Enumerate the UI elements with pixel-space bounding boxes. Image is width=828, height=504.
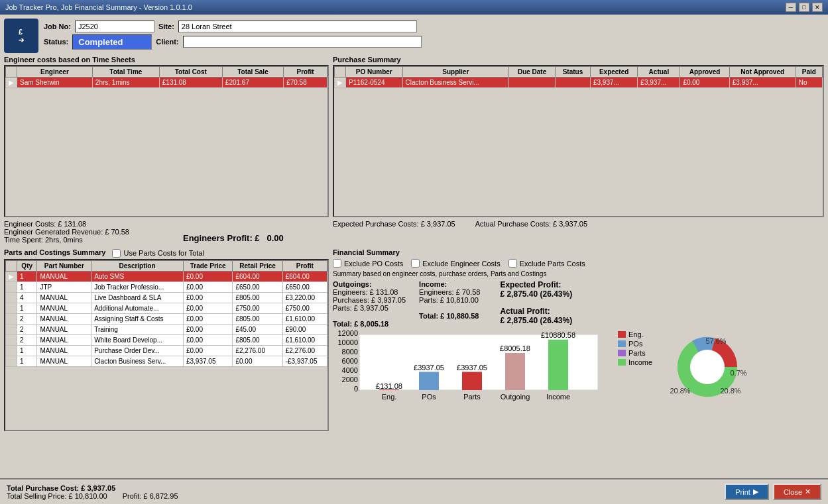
exclude-eng-checkbox[interactable] (411, 259, 420, 268)
svg-point-30 (690, 350, 725, 384)
svg-text:10000: 10000 (337, 338, 358, 346)
svg-text:12000: 12000 (337, 330, 358, 337)
table-row[interactable]: 4 MANUAL Live Dashboard & SLA £0.00 £805… (6, 293, 327, 303)
title-bar: Job Tracker Pro, Job Financial Summary -… (0, 0, 828, 15)
svg-rect-27 (548, 340, 568, 390)
svg-text:Income: Income (546, 393, 570, 401)
svg-text:Outgoing: Outgoing (501, 393, 530, 401)
table-row[interactable]: ▶ 1 MANUAL Auto SMS £0.00 £604.00 £604.0… (6, 272, 327, 282)
svg-text:Parts: Parts (463, 393, 481, 401)
pie-chart-svg: 57.6% 0.7% 20.8% 20.8% (664, 330, 750, 403)
footer-bar: Total Purchase Cost: £ 3,937.05 Total Se… (0, 478, 828, 504)
table-row[interactable]: ▶ Sam Sherwin 2hrs, 1mins £131.08 £201.6… (6, 77, 327, 88)
table-row[interactable]: ▶ P1162-0524 Clacton Business Servi... £… (335, 77, 823, 88)
svg-rect-21 (462, 372, 482, 391)
parts-table: Qty Part Number Description Trade Price … (5, 260, 327, 367)
close-x-icon: ✕ (805, 487, 811, 496)
svg-text:20.8%: 20.8% (670, 387, 690, 395)
eng-col-sale: Total Sale (222, 67, 283, 77)
svg-text:£10880.58: £10880.58 (541, 331, 575, 339)
maximize-button[interactable]: □ (799, 3, 809, 12)
print-arrow-icon: ▶ (753, 487, 758, 496)
svg-text:£3937.05: £3937.05 (457, 364, 487, 372)
svg-text:£3937.05: £3937.05 (414, 364, 444, 372)
close-button[interactable]: ✕ (812, 3, 823, 12)
summary-note: Summary based on engineer costs, purchas… (333, 270, 824, 277)
site-input[interactable] (178, 21, 417, 32)
svg-text:Eng.: Eng. (382, 393, 397, 401)
table-row[interactable]: 1 MANUAL Additional Automate... £0.00 £7… (6, 303, 327, 314)
total-purchase-cost: Total Purchase Cost: £ 3,937.05 (7, 484, 178, 492)
status-label: Status: (44, 38, 68, 46)
exclude-po-checkbox[interactable] (333, 259, 341, 268)
parts-title: Parts and Costings Summary (4, 248, 105, 256)
exclude-po-label: Exclude PO Costs (344, 260, 403, 268)
use-parts-costs-label: Use Parts Costs for Total (123, 249, 204, 257)
purchase-section-title: Purchase Summary (333, 56, 824, 64)
job-no-input[interactable] (75, 21, 154, 32)
table-row[interactable]: 1 MANUAL Purchase Order Dev... £0.00 £2,… (6, 346, 327, 356)
table-row[interactable]: 2 MANUAL Training £0.00 £45.00 £90.00 (6, 325, 327, 335)
svg-rect-24 (505, 353, 525, 390)
pie-chart: 57.6% 0.7% 20.8% 20.8% (664, 330, 750, 405)
eng-col-name: Engineer (17, 67, 93, 77)
header-area: £➔ Job No: Site: Status: Client: (4, 19, 824, 53)
client-label: Client: (156, 38, 178, 46)
table-row[interactable]: 2 MANUAL White Board Develop... £0.00 £8… (6, 335, 327, 346)
logo: £➔ (4, 19, 38, 53)
profit-block: Expected Profit: £ 2,875.40 (26.43%) Act… (500, 280, 572, 328)
exclude-eng-label: Exclude Engineer Costs (422, 260, 500, 268)
table-row[interactable]: 2 MANUAL Assigning Staff & Costs £0.00 £… (6, 314, 327, 325)
outgoings-block: Outgoings: Engineers: £ 131.08 Purchases… (333, 280, 406, 328)
engineer-section-title: Engineer costs based on Time Sheets (4, 56, 329, 64)
bar-chart-svg: 12000 10000 8000 6000 4000 2000 0 (333, 330, 611, 403)
financial-title: Financial Summary (333, 248, 824, 256)
purchase-table: PO Number Supplier Due Date Status Expec… (334, 66, 823, 88)
close-button-footer[interactable]: Close ✕ (773, 483, 821, 500)
engineer-table: Engineer Total Time Total Cost Total Sal… (5, 66, 327, 88)
site-label: Site: (158, 23, 174, 30)
svg-rect-18 (419, 372, 439, 391)
print-button[interactable]: Print ▶ (725, 483, 769, 500)
bar-chart: 12000 10000 8000 6000 4000 2000 0 (333, 330, 611, 403)
svg-text:£8005.18: £8005.18 (500, 344, 530, 352)
svg-text:57.6%: 57.6% (705, 337, 726, 345)
income-block: Income: Engineers: £ 70.58 Parts: £ 10,8… (419, 280, 480, 328)
chart-legend: Eng. POs Parts Income (618, 330, 652, 405)
total-selling-price: Total Selling Price: £ 10,810.00 (7, 492, 107, 500)
svg-text:20.8%: 20.8% (720, 387, 740, 395)
exclude-checkboxes: Exclude PO Costs Exclude Engineer Costs … (333, 258, 824, 269)
eng-col-cost: Total Cost (159, 67, 222, 77)
table-row[interactable]: 1 JTP Job Tracker Professio... £0.00 £65… (6, 282, 327, 293)
footer-buttons: Print ▶ Close ✕ (725, 483, 821, 500)
svg-text:0.7%: 0.7% (731, 369, 747, 377)
svg-text:2000: 2000 (342, 376, 358, 383)
eng-col-time: Total Time (92, 67, 159, 77)
eng-col-profit: Profit (284, 67, 327, 77)
title-controls: ─ □ ✕ (786, 3, 823, 12)
exclude-parts-label: Exclude Parts Costs (520, 260, 585, 268)
svg-text:£131.08: £131.08 (376, 382, 402, 390)
minimize-button[interactable]: ─ (786, 3, 796, 12)
svg-text:4000: 4000 (342, 366, 358, 374)
profit: Profit: £ 6,872.95 (123, 492, 178, 500)
client-input[interactable] (183, 36, 422, 48)
svg-text:8000: 8000 (342, 348, 358, 356)
footer-info: Total Purchase Cost: £ 3,937.05 Total Se… (7, 484, 178, 500)
use-parts-costs-checkbox[interactable] (112, 249, 121, 258)
header-fields: Job No: Site: Status: Client: (44, 21, 824, 52)
exclude-parts-checkbox[interactable] (508, 259, 517, 268)
svg-text:6000: 6000 (342, 357, 358, 365)
job-no-label: Job No: (44, 23, 71, 30)
status-input[interactable] (72, 34, 152, 50)
app-title: Job Tracker Pro, Job Financial Summary -… (5, 3, 192, 11)
svg-text:0: 0 (354, 385, 358, 393)
table-row[interactable]: 1 MANUAL Clacton Business Serv... £3,937… (6, 356, 327, 367)
svg-text:POs: POs (422, 393, 436, 401)
purchase-summary: Expected Purchase Costs: £ 3,937.05 Actu… (333, 220, 824, 228)
